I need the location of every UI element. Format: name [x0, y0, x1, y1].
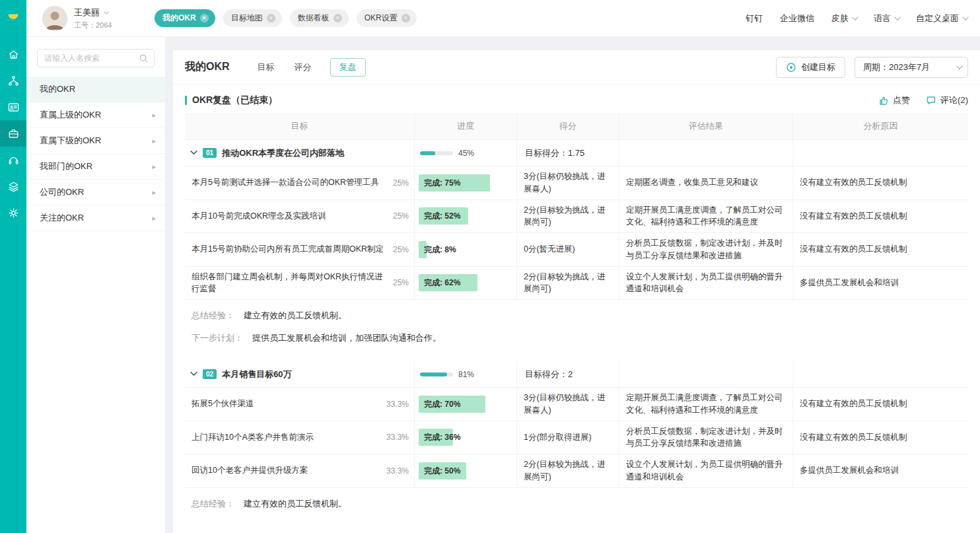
kr-score: 1分(部分取得进展): [517, 421, 619, 454]
menu-skin[interactable]: 皮肤: [831, 13, 857, 24]
briefcase-icon[interactable]: [0, 120, 26, 147]
menu-language[interactable]: 语言: [874, 13, 899, 24]
main-card: 我的OKR 目标 评分 复盘 创建目标 周期：2023年7月: [173, 50, 980, 533]
menu-dingtalk[interactable]: 钉钉: [746, 13, 763, 24]
period-value: 周期：2023年7月: [863, 61, 930, 73]
tab-label: 目标地图: [231, 13, 263, 24]
sidebar-item-subordinate-okr[interactable]: 直属下级的OKR▸: [26, 128, 165, 154]
sidebar-item-manager-okr[interactable]: 直属上级的OKR▸: [26, 102, 165, 128]
group-rows: 本月5号前测试并选择一款适合公司的OKR管理工具 25% 完成: 75% 3分(…: [185, 166, 968, 300]
kr-progress-bar: 完成: 8%: [419, 241, 514, 258]
kr-evaluation: 定期开展员工满意度调查，了解员工对公司文化、福利待遇和工作环境的满意度: [619, 200, 793, 233]
comment-label: 评论(2): [940, 94, 968, 106]
review-section-header: OKR复盘（已结束） 点赞 评论(2): [185, 94, 968, 106]
kr-progress-label: 完成: 62%: [419, 274, 514, 291]
tab-my-okr[interactable]: 我的OKR ×: [155, 9, 215, 27]
user-name-dropdown[interactable]: 王美丽: [74, 7, 143, 18]
chevron-right-icon: ▸: [152, 137, 156, 145]
user-name: 王美丽: [74, 7, 100, 18]
chevron-down-icon[interactable]: [190, 371, 197, 378]
summary-label: 总结经验：: [192, 498, 234, 510]
sidebar-item-followed-okr[interactable]: 关注的OKR▸: [26, 205, 165, 231]
kr-score: 0分(暂无进展): [517, 233, 619, 266]
workspace-tabs: 我的OKR × 目标地图 × 数据看板 × OKR设置 ×: [155, 9, 417, 27]
group-index-badge: 02: [203, 369, 217, 379]
kr-weight: 25%: [393, 211, 409, 221]
sidebar-item-label: 直属上级的OKR: [40, 109, 101, 121]
tab-objectives[interactable]: 目标: [256, 58, 276, 77]
kr-reason: 没有建立有效的员工反馈机制: [793, 388, 968, 421]
kr-score: 2分(目标较为挑战，进展尚可): [517, 267, 619, 300]
next-plan-row: 下一步计划： 提供员工发展机会和培训，加强团队沟通和合作。: [185, 322, 968, 344]
chevron-down-icon[interactable]: [190, 149, 197, 157]
kr-row: 上门拜访10个A类客户并售前演示 33.3% 完成: 36% 1分(部分取得进展…: [185, 421, 968, 455]
menu-label: 钉钉: [746, 13, 763, 24]
layers-icon[interactable]: [0, 173, 26, 199]
next-plan-label: 下一步计划：: [192, 332, 243, 344]
like-button[interactable]: 点赞: [878, 94, 910, 106]
close-icon[interactable]: ×: [267, 14, 275, 22]
tab-goal-map[interactable]: 目标地图 ×: [223, 9, 282, 27]
menu-custom-desktop[interactable]: 自定义桌面: [916, 13, 967, 24]
sidebar-item-label: 关注的OKR: [40, 212, 84, 224]
id-card-icon[interactable]: [0, 94, 26, 120]
group-progress-label: 81%: [458, 370, 474, 379]
kr-row: 本月5号前测试并选择一款适合公司的OKR管理工具 25% 完成: 75% 3分(…: [185, 166, 968, 200]
search-icon[interactable]: [139, 53, 149, 63]
summary-label: 总结经验：: [192, 310, 234, 322]
tab-data-dashboard[interactable]: 数据看板 ×: [290, 9, 349, 27]
group-progress-fill: [420, 151, 435, 155]
kr-evaluation: 分析员工反馈数据，制定改进计划，并及时与员工分享反馈结果和改进措施: [619, 421, 793, 454]
home-icon[interactable]: [0, 41, 26, 67]
like-label: 点赞: [893, 94, 910, 106]
app-logo-icon[interactable]: [0, 0, 26, 32]
sidebar-item-company-okr[interactable]: 公司的OKR▸: [26, 180, 165, 205]
close-icon[interactable]: ×: [402, 14, 410, 22]
okr-review-table: 目标 进度 得分 评估结果 分析原因 01 推动OKR本季度在公司内部落地 45…: [185, 113, 968, 520]
topbar-menu: 钉钉 企业微信 皮肤 语言 自定义桌面: [746, 13, 967, 24]
chevron-right-icon: ▸: [152, 188, 156, 197]
next-plan-value: 提供员工发展机会和培训，加强团队沟通和合作。: [252, 332, 441, 344]
employee-id: 工号：2064: [74, 20, 143, 30]
kr-progress-bar: 完成: 75%: [419, 174, 514, 192]
tab-label: 我的OKR: [162, 13, 196, 24]
org-chart-icon[interactable]: [0, 67, 26, 94]
kr-progress-label: 完成: 52%: [419, 207, 514, 225]
col-header-progress: 进度: [415, 113, 517, 139]
kr-reason: 没有建立有效的员工反馈机制: [793, 421, 968, 454]
main-header: 我的OKR 目标 评分 复盘 创建目标 周期：2023年7月: [173, 50, 980, 85]
sidebar-item-my-okr[interactable]: 我的OKR: [26, 77, 165, 102]
comment-button[interactable]: 评论(2): [926, 94, 968, 106]
kr-evaluation: 定期开展员工满意度调查，了解员工对公司文化、福利待遇和工作环境的满意度: [619, 388, 793, 421]
kr-evaluation: 定期匿名调查，收集员工意见和建议: [619, 166, 793, 199]
close-icon[interactable]: ×: [200, 14, 209, 22]
tab-review[interactable]: 复盘: [330, 58, 366, 77]
menu-label: 企业微信: [780, 13, 814, 24]
chevron-down-icon: [962, 14, 969, 20]
kr-objective: 上门拜访10个A类客户并售前演示: [192, 431, 320, 444]
headset-icon[interactable]: [0, 147, 26, 173]
menu-wecom[interactable]: 企业微信: [780, 13, 814, 24]
avatar: [42, 6, 67, 31]
kr-objective: 本月15号前协助公司内所有员工完成首周期OKR制定: [192, 243, 390, 256]
chevron-down-icon: [956, 63, 963, 69]
close-icon[interactable]: ×: [333, 14, 342, 22]
empty-cell: [619, 140, 793, 166]
search-input[interactable]: [44, 53, 139, 63]
tab-scoring[interactable]: 评分: [293, 58, 313, 77]
comment-icon: [926, 95, 936, 106]
kr-weight: 25%: [393, 245, 409, 254]
kr-row: 本月15号前协助公司内所有员工完成首周期OKR制定 25% 完成: 8% 0分(…: [185, 233, 968, 267]
chevron-right-icon: ▸: [152, 111, 156, 120]
thumbs-up-icon: [878, 95, 889, 106]
kr-progress-bar: 完成: 50%: [419, 462, 514, 480]
sidebar-item-department-okr[interactable]: 我部门的OKR▸: [26, 154, 165, 180]
tab-okr-settings[interactable]: OKR设置 ×: [357, 9, 417, 27]
menu-label: 语言: [874, 13, 891, 24]
table-header-row: 目标 进度 得分 评估结果 分析原因: [185, 113, 968, 140]
create-goal-button[interactable]: 创建目标: [776, 57, 845, 78]
section-title: OKR复盘（已结束）: [192, 94, 277, 106]
gear-icon[interactable]: [0, 199, 26, 226]
period-select[interactable]: 周期：2023年7月: [855, 57, 968, 78]
kr-score: 2分(目标较为挑战，进展尚可): [517, 454, 619, 487]
